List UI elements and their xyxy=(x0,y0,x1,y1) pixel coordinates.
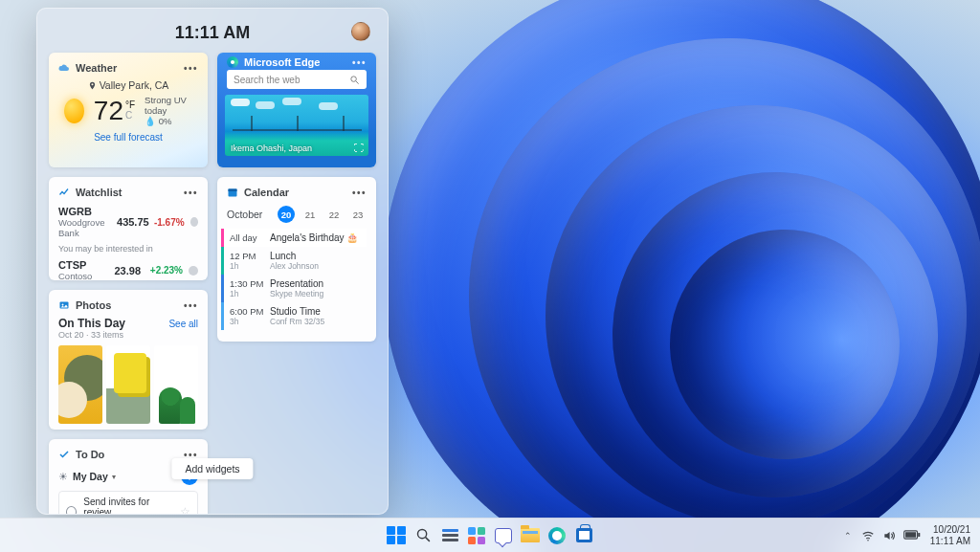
calendar-icon xyxy=(227,187,238,198)
svg-line-7 xyxy=(425,538,429,541)
photo-thumbnail[interactable] xyxy=(154,345,198,424)
card-more-button[interactable]: ••• xyxy=(352,188,367,198)
calendar-day[interactable]: 23 xyxy=(349,206,367,223)
svg-rect-10 xyxy=(905,532,916,538)
edge-card[interactable]: Microsoft Edge ••• Search the web Ikema … xyxy=(217,53,376,167)
chat-button[interactable] xyxy=(493,525,514,546)
widgets-button[interactable] xyxy=(466,525,487,546)
weather-icon xyxy=(58,62,70,74)
card-more-button[interactable]: ••• xyxy=(184,188,198,198)
dismiss-icon[interactable] xyxy=(189,266,198,276)
calendar-event[interactable]: 6:00 PM3hStudio TimeConf Rm 32/35 xyxy=(221,302,367,330)
panel-time: 11:11 AM xyxy=(175,23,250,43)
bloom-graphic xyxy=(345,0,980,552)
todo-title: To Do xyxy=(76,449,104,460)
calendar-card[interactable]: Calendar ••• October 20 21 22 23 All day… xyxy=(217,177,376,342)
store-button[interactable] xyxy=(573,525,594,546)
edge-button[interactable] xyxy=(546,525,568,546)
edge-search-input[interactable]: Search the web xyxy=(227,70,367,89)
weather-location: Valley Park, CA xyxy=(58,79,198,91)
weather-condition: Strong UV today xyxy=(145,95,198,116)
taskbar-clock[interactable]: 10/20/21 11:11 AM xyxy=(930,524,970,547)
user-avatar[interactable] xyxy=(351,22,370,41)
task-checkbox[interactable] xyxy=(66,506,77,515)
expand-icon[interactable]: ⛶ xyxy=(354,143,364,153)
card-more-button[interactable]: ••• xyxy=(184,300,198,311)
task-view-button[interactable] xyxy=(439,525,460,546)
photos-title: Photos xyxy=(76,299,111,311)
calendar-month: October xyxy=(227,209,262,220)
stock-row[interactable]: WGRBWoodgrove Bank 435.75 -1.67% xyxy=(58,206,198,238)
photos-card[interactable]: Photos ••• On This Day Oct 20 · 33 items… xyxy=(49,290,208,430)
myday-icon: ☀ xyxy=(58,471,68,483)
svg-rect-11 xyxy=(918,532,920,536)
calendar-day[interactable]: 20 xyxy=(278,206,295,223)
interest-label: You may be interested in xyxy=(58,244,198,254)
task-item[interactable]: Send invites for reviewQ4 planning☆ xyxy=(58,491,198,515)
location-pin-icon xyxy=(88,81,97,90)
stock-row[interactable]: CTSPContoso 23.98 +2.23% xyxy=(58,259,198,281)
tray-overflow-button[interactable]: ⌃ xyxy=(844,531,852,541)
start-button[interactable] xyxy=(386,525,407,546)
weather-precip: 💧 0% xyxy=(145,116,198,126)
sun-icon xyxy=(64,99,84,123)
svg-rect-3 xyxy=(229,189,237,192)
calendar-title: Calendar xyxy=(244,187,289,198)
photos-heading: On This Day xyxy=(58,317,125,330)
watchlist-title: Watchlist xyxy=(76,187,122,198)
volume-icon[interactable] xyxy=(882,529,896,542)
photo-thumbnail[interactable] xyxy=(106,345,150,424)
calendar-day[interactable]: 21 xyxy=(301,206,319,223)
stocks-icon xyxy=(58,187,70,198)
file-explorer-button[interactable] xyxy=(520,525,541,546)
calendar-day[interactable]: 22 xyxy=(325,206,343,223)
dismiss-icon[interactable] xyxy=(190,217,198,227)
edge-title: Microsoft Edge xyxy=(244,56,320,68)
battery-icon[interactable] xyxy=(903,529,921,542)
calendar-event[interactable]: 12 PM1hLunchAlex Johnson xyxy=(221,247,367,275)
chevron-down-icon[interactable]: ▾ xyxy=(112,473,116,481)
svg-point-8 xyxy=(867,539,869,541)
search-button[interactable] xyxy=(412,525,434,546)
calendar-event[interactable]: 1:30 PM1hPresentationSkype Meeting xyxy=(221,275,367,302)
watchlist-card[interactable]: Watchlist ••• WGRBWoodgrove Bank 435.75 … xyxy=(49,177,208,280)
svg-point-0 xyxy=(351,76,357,81)
photos-icon xyxy=(58,299,70,311)
weather-card[interactable]: Weather ••• Valley Park, CA 72 °FC Stron… xyxy=(49,53,208,167)
card-more-button[interactable]: ••• xyxy=(352,57,367,68)
card-more-button[interactable]: ••• xyxy=(184,63,198,74)
widgets-panel: 11:11 AM Weather ••• Valley Park, CA 72 … xyxy=(36,8,389,515)
search-icon xyxy=(349,75,360,85)
edge-icon xyxy=(227,56,238,68)
calendar-event[interactable]: All dayAngela's Birthday 🎂 xyxy=(221,229,367,247)
photos-subtitle: Oct 20 · 33 items xyxy=(58,330,125,340)
see-forecast-link[interactable]: See full forecast xyxy=(58,132,198,143)
taskbar: ⌃ 10/20/21 11:11 AM xyxy=(0,518,980,552)
wifi-icon[interactable] xyxy=(861,529,875,542)
todo-icon xyxy=(58,449,70,460)
edge-image: Ikema Ohashi, Japan ⛶ xyxy=(225,95,368,156)
edge-caption: Ikema Ohashi, Japan xyxy=(231,144,312,153)
myday-label[interactable]: My Day xyxy=(73,471,108,482)
svg-line-1 xyxy=(356,80,359,83)
weather-title: Weather xyxy=(76,62,117,74)
add-widgets-button[interactable]: Add widgets xyxy=(171,458,253,479)
see-all-link[interactable]: See all xyxy=(168,319,198,329)
photo-thumbnail[interactable] xyxy=(58,345,102,424)
svg-point-5 xyxy=(62,304,64,306)
star-icon[interactable]: ☆ xyxy=(180,505,190,515)
weather-temp: 72 °FC xyxy=(94,96,135,126)
svg-point-6 xyxy=(417,529,426,538)
